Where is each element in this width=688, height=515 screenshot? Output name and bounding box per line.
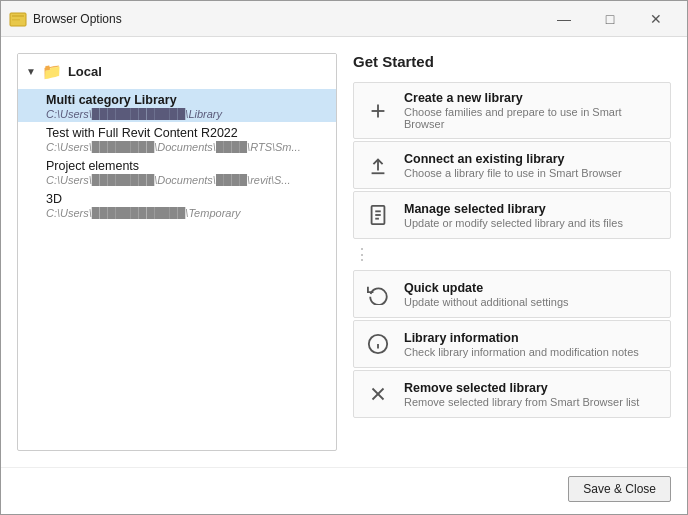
action-title: Remove selected library [404, 381, 639, 395]
tree-item-name: Project elements [46, 159, 324, 173]
tree-item[interactable]: Multi category Library C:\Users\████████… [18, 89, 336, 122]
action-item-connect-library[interactable]: Connect an existing library Choose a lib… [353, 141, 671, 189]
action-item-library-info[interactable]: Library information Check library inform… [353, 320, 671, 368]
action-item-remove-library[interactable]: Remove selected library Remove selected … [353, 370, 671, 418]
action-desc: Choose a library file to use in Smart Br… [404, 167, 622, 179]
tree-item[interactable]: Test with Full Revit Content R2022 C:\Us… [18, 122, 336, 155]
title-bar: Browser Options — □ ✕ [1, 1, 687, 37]
action-desc: Update or modify selected library and it… [404, 217, 623, 229]
action-desc: Remove selected library from Smart Brows… [404, 396, 639, 408]
library-tree-panel: ▼ 📁 Local Multi category Library C:\User… [17, 53, 337, 451]
document-icon [364, 201, 392, 229]
close-button[interactable]: ✕ [633, 1, 679, 37]
right-panel-header: Get Started [353, 53, 671, 70]
action-list: Create a new library Choose families and… [353, 82, 671, 451]
tree-item-path: C:\Users\████████████\Library [46, 108, 324, 120]
tree-item-name: 3D [46, 192, 324, 206]
main-window: Browser Options — □ ✕ ▼ 📁 Local Multi ca… [0, 0, 688, 515]
tree-header: ▼ 📁 Local [18, 54, 336, 89]
action-text: Connect an existing library Choose a lib… [404, 152, 622, 179]
tree-root-label: Local [68, 64, 102, 79]
action-desc: Check library information and modificati… [404, 346, 639, 358]
upload-icon [364, 151, 392, 179]
action-item-create-library[interactable]: Create a new library Choose families and… [353, 82, 671, 139]
tree-item-path: C:\Users\████████\Documents\████\revit\S… [46, 174, 324, 186]
action-text: Library information Check library inform… [404, 331, 639, 358]
tree-item[interactable]: Project elements C:\Users\████████\Docum… [18, 155, 336, 188]
action-title: Create a new library [404, 91, 660, 105]
action-desc: Choose families and prepare to use in Sm… [404, 106, 660, 130]
plus-icon [364, 97, 392, 125]
window-controls: — □ ✕ [541, 1, 679, 37]
svg-rect-1 [12, 15, 24, 17]
action-item-manage-library[interactable]: Manage selected library Update or modify… [353, 191, 671, 239]
actions-panel: Get Started Create a new library Choose … [353, 53, 671, 451]
refresh-icon [364, 280, 392, 308]
action-title: Quick update [404, 281, 569, 295]
action-title: Manage selected library [404, 202, 623, 216]
info-icon [364, 330, 392, 358]
tree-item[interactable]: 3D C:\Users\████████████\Temporary [18, 188, 336, 221]
footer: Save & Close [1, 467, 687, 514]
tree-collapse-arrow[interactable]: ▼ [26, 66, 36, 77]
remove-icon [364, 380, 392, 408]
tree-item-path: C:\Users\████████\Documents\████\RTS\Sm.… [46, 141, 324, 153]
tree-item-path: C:\Users\████████████\Temporary [46, 207, 324, 219]
tree-item-name: Test with Full Revit Content R2022 [46, 126, 324, 140]
save-close-button[interactable]: Save & Close [568, 476, 671, 502]
action-item-quick-update[interactable]: Quick update Update without additional s… [353, 270, 671, 318]
maximize-button[interactable]: □ [587, 1, 633, 37]
app-icon [9, 10, 27, 28]
action-title: Connect an existing library [404, 152, 622, 166]
action-desc: Update without additional settings [404, 296, 569, 308]
action-text: Create a new library Choose families and… [404, 91, 660, 130]
tree-item-name: Multi category Library [46, 93, 324, 107]
minimize-button[interactable]: — [541, 1, 587, 37]
action-title: Library information [404, 331, 639, 345]
content-area: ▼ 📁 Local Multi category Library C:\User… [1, 37, 687, 467]
svg-rect-2 [12, 19, 20, 21]
folder-icon: 📁 [42, 62, 62, 81]
action-text: Manage selected library Update or modify… [404, 202, 623, 229]
action-text: Remove selected library Remove selected … [404, 381, 639, 408]
section-divider: ⋮ [353, 241, 671, 268]
window-title: Browser Options [33, 12, 541, 26]
action-text: Quick update Update without additional s… [404, 281, 569, 308]
tree-items-list: Multi category Library C:\Users\████████… [18, 89, 336, 450]
divider-dots: ⋮ [354, 245, 371, 264]
